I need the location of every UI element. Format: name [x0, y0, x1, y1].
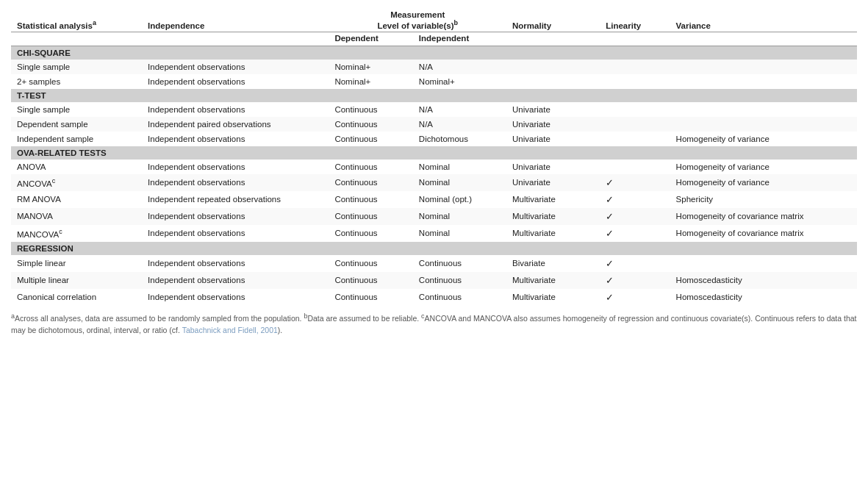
header-empty-2: [142, 32, 329, 46]
header-empty-1: [11, 32, 142, 46]
table-row: Independent sampleIndependent observatio…: [11, 132, 857, 146]
table-row: Canonical correlationIndependent observa…: [11, 289, 857, 306]
citation-link: Tabachnick and Fidell, 2001: [182, 326, 278, 334]
section-header-ova-related-tests: OVA-RELATED TESTS: [11, 146, 857, 160]
footnote-b: bData are assumed to be reliable.: [304, 314, 419, 323]
section-header-regression: REGRESSION: [11, 242, 857, 255]
table-body: CHI-SQUARESingle sampleIndependent obser…: [11, 46, 857, 306]
footnote-marker-b: b: [454, 19, 459, 26]
table-row: ANCOVAcIndependent observationsContinuou…: [11, 174, 857, 191]
table-row: Single sampleIndependent observationsCon…: [11, 102, 857, 117]
header-variance: Variance: [670, 7, 857, 32]
table-row: RM ANOVAIndependent repeated observation…: [11, 191, 857, 208]
table-row: ANOVAIndependent observationsContinuousN…: [11, 160, 857, 174]
header-empty-3: [506, 32, 600, 46]
table-row: Multiple linearIndependent observationsC…: [11, 272, 857, 289]
footnote-marker-a: a: [93, 19, 96, 26]
table-row: Single sampleIndependent observationsNom…: [11, 60, 857, 74]
footnote-a: aAcross all analyses, data are assumed t…: [11, 314, 301, 323]
table-row: 2+ samplesIndependent observationsNomina…: [11, 74, 857, 89]
section-header-t-test: T-TEST: [11, 89, 857, 102]
table-row: Dependent sampleIndependent paired obser…: [11, 117, 857, 132]
footnotes: aAcross all analyses, data are assumed t…: [11, 312, 857, 337]
table-row: MANOVAIndependent observationsContinuous…: [11, 208, 857, 225]
table-row: Simple linearIndependent observationsCon…: [11, 255, 857, 272]
header-empty-4: [600, 32, 670, 46]
header-empty-5: [670, 32, 857, 46]
header-measurement: MeasurementLevel of variable(s)b: [329, 7, 506, 32]
header-statistical-analysis: Statistical analysisa: [11, 7, 142, 32]
header-independent: Independent: [413, 32, 506, 46]
statistical-analysis-table: Statistical analysisa Independence Measu…: [11, 7, 857, 306]
header-linearity: Linearity: [600, 7, 670, 32]
header-independence: Independence: [142, 7, 329, 32]
section-header-chi-square: CHI-SQUARE: [11, 46, 857, 60]
header-normality: Normality: [506, 7, 600, 32]
table-row: MANCOVAcIndependent observationsContinuo…: [11, 225, 857, 242]
header-dependent: Dependent: [329, 32, 412, 46]
